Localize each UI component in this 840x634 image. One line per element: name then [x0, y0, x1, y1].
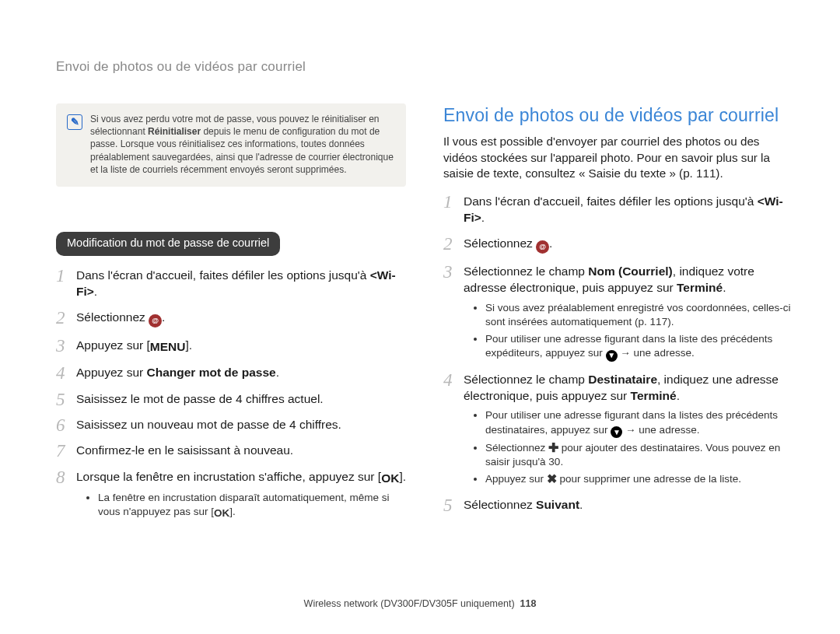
text: .: [549, 236, 552, 250]
done-label: Terminé: [677, 281, 723, 294]
left-column: ✎ Si vous avez perdu votre mot de passe,…: [56, 103, 406, 531]
left-step-1: Dans l'écran d'accueil, faites défiler l…: [56, 267, 406, 300]
dropdown-icon: ▼: [606, 350, 618, 362]
text: Sélectionnez le champ: [464, 264, 588, 278]
section-pill: Modification du mot de passe de courriel: [56, 232, 280, 256]
right-steps: Dans l'écran d'accueil, faites défiler l…: [443, 193, 793, 513]
text: Sélectionnez: [464, 236, 536, 250]
section-heading: Envoi de photos ou de vidéos par courrie…: [443, 103, 793, 128]
left-step-4: Appuyez sur Changer mot de passe.: [56, 364, 406, 380]
right-column: Envoi de photos ou de vidéos par courrie…: [443, 103, 793, 531]
delete-icon: ✖: [547, 473, 557, 485]
left-step-5: Saisissez le mot de passe de 4 chiffres …: [56, 391, 406, 407]
text: Lorsque la fenêtre en incrustation s'aff…: [76, 470, 381, 483]
text: .: [162, 310, 165, 324]
page: Envoi de photos ou de vidéos par courrie…: [0, 0, 840, 634]
list-item: La fenêtre en incrustation disparaît aut…: [98, 491, 406, 520]
text: Appuyez sur: [76, 366, 146, 379]
name-email-label: Nom (Courriel): [588, 264, 673, 278]
left-step-2: Sélectionnez @.: [56, 309, 406, 328]
left-step-7: Confirmez-le en le saisissant à nouveau.: [56, 442, 406, 458]
text: → une adresse.: [618, 347, 695, 359]
text: Sélectionnez: [464, 498, 536, 511]
text: Dans l'écran d'accueil, faites défiler l…: [464, 194, 758, 208]
dropdown-icon: ▼: [611, 426, 622, 438]
text: ].: [185, 338, 192, 352]
menu-button-label: MENU: [150, 338, 186, 355]
text: ].: [399, 470, 406, 483]
text: La fenêtre en incrustation disparaît aut…: [98, 492, 389, 517]
page-footer: Wireless network (DV300F/DV305F uniqueme…: [0, 597, 840, 611]
email-icon: @: [536, 240, 549, 254]
left-step-3: Appuyez sur [MENU].: [56, 337, 406, 355]
right-step-2: Sélectionnez @.: [443, 235, 793, 254]
left-step-6: Saisissez un nouveau mot de passe de 4 c…: [56, 416, 406, 433]
left-steps: Dans l'écran d'accueil, faites défiler l…: [56, 267, 406, 521]
text: .: [677, 389, 680, 402]
text: Appuyez sur: [485, 473, 547, 485]
text: Sélectionnez: [76, 310, 149, 324]
ok-button-label: OK: [381, 470, 399, 486]
text: pour supprimer une adresse de la liste.: [557, 473, 741, 485]
text: Sélectionnez le champ: [464, 373, 588, 386]
text: .: [94, 285, 97, 298]
done-label: Terminé: [631, 389, 677, 402]
right-step-5: Sélectionnez Suivant.: [443, 496, 793, 513]
text: Appuyez sur [: [76, 338, 150, 352]
plus-icon: ✚: [548, 442, 558, 454]
note-icon: ✎: [67, 114, 82, 130]
two-column-layout: ✎ Si vous avez perdu votre mot de passe,…: [56, 103, 793, 531]
change-password-label: Changer mot de passe: [146, 366, 275, 379]
left-step-8: Lorsque la fenêtre en incrustation s'aff…: [56, 468, 406, 521]
note-bold: Réinitialiser: [148, 126, 201, 137]
list-item: Sélectionnez ✚ pour ajouter des destinat…: [485, 441, 793, 469]
ok-button-label: OK: [214, 506, 229, 520]
text: Dans l'écran d'accueil, faites défiler l…: [76, 268, 370, 282]
footer-text: Wireless network (DV300F/DV305F uniqueme…: [304, 598, 515, 609]
text: Sélectionnez: [485, 442, 548, 454]
list-item: Appuyez sur ✖ pour supprimer une adresse…: [485, 472, 793, 486]
text: ].: [229, 506, 236, 517]
right-step-1: Dans l'écran d'accueil, faites défiler l…: [443, 193, 793, 226]
next-label: Suivant: [536, 498, 579, 511]
text: .: [579, 498, 583, 511]
right-step-3: Sélectionnez le champ Nom (Courriel), in…: [443, 263, 793, 362]
list-item: Pour utiliser une adresse figurant dans …: [485, 332, 793, 361]
running-head: Envoi de photos ou de vidéos par courrie…: [56, 58, 306, 76]
right-step-3-sub: Si vous avez préalablement enregistré vo…: [471, 301, 793, 362]
right-step-4-sub: Pour utiliser une adresse figurant dans …: [471, 408, 793, 486]
text: → une adresse.: [622, 424, 699, 436]
list-item: Si vous avez préalablement enregistré vo…: [485, 301, 793, 329]
text: .: [723, 281, 726, 294]
list-item: Pour utiliser une adresse figurant dans …: [485, 408, 793, 437]
section-intro: Il vous est possible d'envoyer par courr…: [443, 134, 793, 182]
left-step-8-sub: La fenêtre en incrustation disparaît aut…: [84, 491, 406, 520]
text: .: [481, 211, 485, 224]
page-number: 118: [520, 598, 537, 609]
email-icon: @: [149, 314, 162, 328]
note-box: ✎ Si vous avez perdu votre mot de passe,…: [56, 103, 406, 187]
text: .: [276, 366, 279, 379]
right-step-4: Sélectionnez le champ Destinataire, indi…: [443, 371, 793, 487]
note-text: Si vous avez perdu votre mot de passe, v…: [90, 113, 395, 176]
recipient-label: Destinataire: [588, 373, 657, 386]
